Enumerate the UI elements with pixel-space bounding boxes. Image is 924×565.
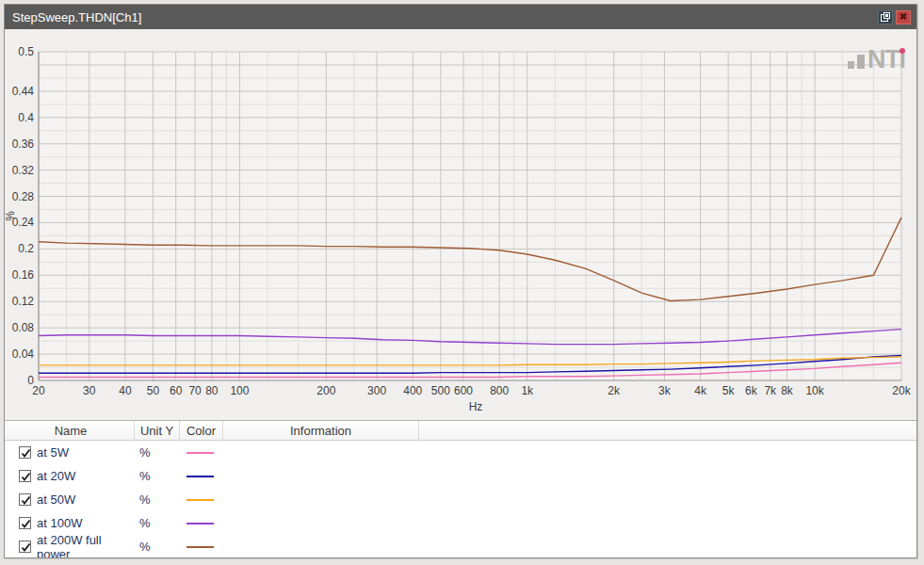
y-tick-label: 0.36 xyxy=(12,137,35,151)
legend-row[interactable]: at 5W% xyxy=(5,441,916,464)
x-tick-label: 3k xyxy=(658,384,672,397)
legend-row[interactable]: at 20W% xyxy=(5,464,916,488)
series-name-label: at 100W xyxy=(37,516,82,530)
legend-col-information[interactable]: Information xyxy=(223,421,419,440)
close-icon[interactable]: ✖ xyxy=(896,10,911,24)
x-tick-label: 100 xyxy=(230,384,249,397)
legend-row[interactable]: at 50W% xyxy=(5,488,916,511)
y-tick-label: 0.32 xyxy=(12,164,35,177)
y-axis-unit-label: % xyxy=(5,211,17,221)
popout-window-icon[interactable] xyxy=(878,10,893,24)
legend-row[interactable]: at 200W full power% xyxy=(5,535,916,558)
window-title: StepSweep.THDN[Ch1] xyxy=(12,10,875,24)
series-color-swatch xyxy=(186,476,214,477)
x-tick-label: 8k xyxy=(781,384,794,397)
series-name-label: at 20W xyxy=(37,469,75,483)
y-tick-label: 0.08 xyxy=(12,321,35,334)
series-name-label: at 50W xyxy=(37,492,75,507)
y-tick-label: 0.5 xyxy=(18,45,34,58)
visibility-checkbox[interactable] xyxy=(19,517,31,529)
x-tick-label: 500 xyxy=(431,384,450,397)
legend-col-extra[interactable] xyxy=(419,421,916,440)
x-tick-label: 300 xyxy=(367,384,386,397)
series-color-swatch xyxy=(186,499,214,501)
series-color-cell xyxy=(180,546,223,548)
series-color-cell xyxy=(180,452,223,454)
series-name-label: at 5W xyxy=(37,445,69,460)
plot-background xyxy=(39,52,901,380)
visibility-checkbox[interactable] xyxy=(19,446,31,459)
x-tick-label: 20k xyxy=(892,384,911,397)
x-tick-label: 200 xyxy=(316,384,335,397)
x-tick-label: 5k xyxy=(722,384,736,397)
series-color-swatch xyxy=(186,452,214,454)
overlapping-windows-glyph xyxy=(881,12,890,22)
series-color-swatch xyxy=(186,546,214,548)
series-color-cell xyxy=(180,499,223,501)
legend-col-color[interactable]: Color xyxy=(180,421,223,440)
y-tick-label: 0.44 xyxy=(12,85,35,98)
series-color-cell xyxy=(180,523,223,525)
chart-plot-area[interactable]: 00.040.080.120.160.20.240.280.320.360.40… xyxy=(5,29,916,420)
x-tick-label: 80 xyxy=(205,384,219,397)
series-unit-label: % xyxy=(135,469,180,483)
legend-rows-container: at 5W%at 20W%at 50W%at 100W%at 200W full… xyxy=(5,441,916,558)
app-window: StepSweep.THDN[Ch1] ✖ 00.040.080.120.160… xyxy=(4,4,917,558)
thdn-chart[interactable]: 00.040.080.120.160.20.240.280.320.360.40… xyxy=(5,29,916,420)
x-tick-label: 800 xyxy=(490,384,509,397)
x-tick-label: 7k xyxy=(764,384,777,397)
series-unit-label: % xyxy=(135,540,180,554)
x-tick-label: 70 xyxy=(188,384,202,397)
x-tick-label: 40 xyxy=(119,384,132,397)
x-tick-label: 50 xyxy=(147,384,160,397)
visibility-checkbox[interactable] xyxy=(19,470,31,482)
x-tick-label: 20 xyxy=(32,384,45,397)
series-unit-label: % xyxy=(135,516,180,530)
x-axis-unit-label: Hz xyxy=(469,400,483,413)
y-tick-label: 0.4 xyxy=(18,111,34,124)
x-tick-label: 6k xyxy=(745,384,758,397)
x-tick-label: 60 xyxy=(170,384,183,397)
y-tick-label: 0.28 xyxy=(12,190,35,203)
y-tick-label: 0.2 xyxy=(18,242,34,255)
series-color-swatch xyxy=(186,523,214,525)
x-tick-label: 30 xyxy=(83,384,96,397)
series-color-cell xyxy=(180,476,223,477)
legend-col-unit-y[interactable]: Unit Y xyxy=(135,421,180,440)
x-tick-label: 400 xyxy=(403,384,422,397)
y-tick-label: 0.12 xyxy=(12,295,35,308)
x-tick-label: 10k xyxy=(805,384,824,397)
y-tick-label: 0.04 xyxy=(12,347,35,361)
legend-table: NameUnit YColorInformation at 5W%at 20W%… xyxy=(5,420,916,558)
visibility-checkbox[interactable] xyxy=(19,493,31,506)
series-unit-label: % xyxy=(135,445,180,460)
legend-row[interactable]: at 100W% xyxy=(5,511,916,535)
x-tick-label: 2k xyxy=(608,384,621,397)
x-tick-label: 600 xyxy=(454,384,473,397)
window-titlebar[interactable]: StepSweep.THDN[Ch1] ✖ xyxy=(5,5,916,29)
x-tick-label: 4k xyxy=(694,384,707,397)
y-tick-label: 0.16 xyxy=(12,268,35,282)
legend-col-name[interactable]: Name xyxy=(8,421,135,440)
visibility-checkbox[interactable] xyxy=(19,541,31,553)
series-unit-label: % xyxy=(135,492,180,507)
series-name-label: at 200W full power xyxy=(37,533,135,559)
x-tick-label: 1k xyxy=(521,384,534,397)
legend-header-row: NameUnit YColorInformation xyxy=(5,421,916,441)
